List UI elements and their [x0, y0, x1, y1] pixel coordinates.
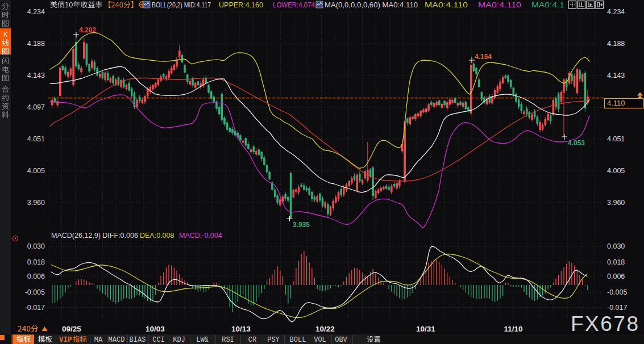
svg-text:RSI: RSI	[222, 336, 234, 344]
svg-text:MA0:4.110: MA0:4.110	[425, 1, 468, 9]
svg-text:MACD:-0.004: MACD:-0.004	[179, 232, 222, 240]
svg-text:VOL: VOL	[314, 336, 326, 344]
svg-text:-0.005: -0.005	[607, 288, 627, 296]
svg-text:0.006: 0.006	[27, 272, 45, 280]
svg-text:4.188: 4.188	[27, 40, 45, 48]
svg-text:0.018: 0.018	[607, 258, 625, 266]
svg-text:BIAS: BIAS	[130, 336, 146, 344]
svg-text:4.005: 4.005	[27, 167, 45, 175]
svg-text:0.030: 0.030	[27, 242, 45, 250]
svg-text:-0.017: -0.017	[607, 304, 627, 312]
svg-text:0.030: 0.030	[607, 242, 625, 250]
svg-text:LOWER:4.074: LOWER:4.074	[273, 1, 315, 9]
svg-text:VIP: VIP	[59, 336, 72, 344]
svg-text:11/10: 11/10	[504, 325, 522, 333]
svg-text:10/22: 10/22	[315, 325, 335, 333]
svg-text:MACD: MACD	[109, 336, 125, 344]
svg-text:4.143: 4.143	[607, 72, 625, 79]
svg-text:DEA:0.008: DEA:0.008	[140, 232, 174, 240]
svg-text:4.051: 4.051	[607, 135, 625, 143]
svg-text:UPPER:4.160: UPPER:4.160	[219, 1, 263, 9]
svg-text:10/13: 10/13	[231, 325, 251, 333]
svg-text:3.960: 3.960	[607, 199, 625, 207]
svg-text:4.110: 4.110	[607, 99, 625, 107]
svg-text:4.053: 4.053	[568, 139, 585, 147]
svg-text:BOLL: BOLL	[290, 336, 306, 344]
svg-text:MA0:4.1: MA0:4.1	[531, 1, 564, 9]
svg-text:MA: MA	[94, 336, 103, 344]
svg-text:0.018: 0.018	[27, 258, 45, 266]
svg-text:MA0:4.110: MA0:4.110	[478, 1, 521, 9]
svg-text:10/31: 10/31	[416, 325, 435, 333]
svg-text:0.006: 0.006	[607, 272, 625, 280]
svg-text:4.143: 4.143	[27, 72, 45, 79]
svg-text:4.005: 4.005	[607, 167, 625, 175]
svg-text:10/03: 10/03	[146, 325, 165, 333]
svg-text:LW&: LW&	[196, 336, 209, 344]
svg-text:-0.017: -0.017	[25, 304, 45, 312]
svg-text:CCI: CCI	[152, 336, 165, 344]
svg-text:4.234: 4.234	[607, 8, 625, 16]
svg-text:4.164: 4.164	[475, 53, 492, 61]
svg-text:4.188: 4.188	[607, 40, 625, 48]
svg-text:MACD(26,12,9) DIFF:0.006: MACD(26,12,9) DIFF:0.006	[51, 232, 138, 240]
svg-text:-0.005: -0.005	[25, 288, 45, 296]
svg-text:MA(0,0,0,0,0,60) MA0:4.110: MA(0,0,0,0,0,60) MA0:4.110	[325, 1, 418, 9]
svg-text:4.202: 4.202	[79, 26, 96, 34]
svg-text:4.051: 4.051	[27, 135, 45, 143]
svg-text:KDJ: KDJ	[173, 336, 185, 344]
svg-text:PSY: PSY	[267, 336, 280, 344]
svg-text:FX678: FX678	[571, 312, 640, 335]
svg-text:OBV: OBV	[335, 336, 347, 344]
svg-text:CR: CR	[248, 336, 256, 344]
svg-text:3.960: 3.960	[27, 199, 45, 207]
svg-text:4.234: 4.234	[27, 8, 45, 16]
svg-text:09/25: 09/25	[62, 325, 81, 333]
svg-text:BOLL(20,2) MID:4.117: BOLL(20,2) MID:4.117	[152, 1, 211, 9]
svg-text:4.097: 4.097	[27, 103, 45, 111]
svg-text:3.935: 3.935	[293, 221, 310, 229]
